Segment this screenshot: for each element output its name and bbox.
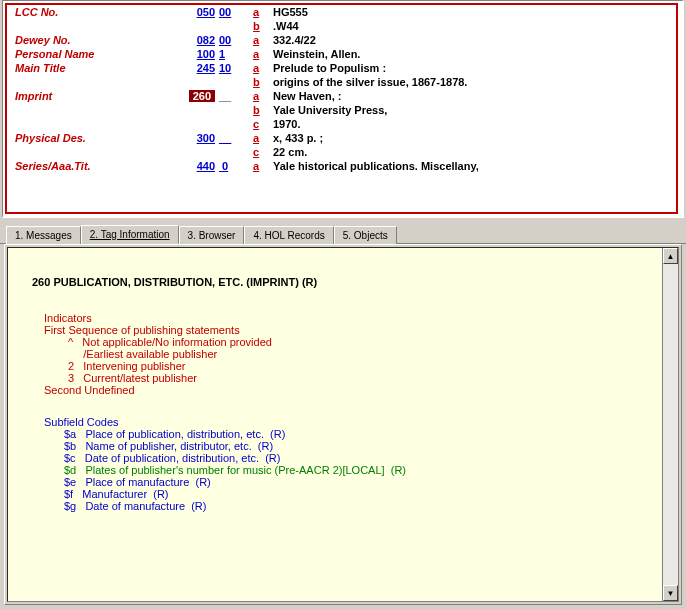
subfield-code[interactable]: c — [253, 145, 273, 159]
subfield-value[interactable]: 1970. — [273, 117, 668, 131]
tab[interactable]: 1. Messages — [6, 226, 81, 244]
record-row[interactable]: Dewey No.08200a332.4/22 — [15, 33, 668, 47]
subfield-definition: $a Place of publication, distribution, e… — [64, 428, 646, 440]
record-row[interactable]: bYale University Press, — [15, 103, 668, 117]
marc-record-area[interactable]: LCC No.05000aHG555b.W44Dewey No.08200a33… — [5, 3, 678, 214]
field-label: Personal Name — [15, 47, 175, 61]
marc-indicators[interactable] — [219, 117, 253, 131]
record-row[interactable]: LCC No.05000aHG555 — [15, 5, 668, 19]
info-panel: 260 PUBLICATION, DISTRIBUTION, ETC. (IMP… — [0, 244, 686, 609]
tab-strip: 1. Messages2. Tag Information3. Browser4… — [0, 220, 686, 244]
subfield-value[interactable]: 22 cm. — [273, 145, 668, 159]
marc-tag[interactable]: 260 — [175, 89, 219, 103]
field-label — [15, 19, 175, 33]
field-label — [15, 75, 175, 89]
subfield-code[interactable]: a — [253, 131, 273, 145]
subfield-value[interactable]: HG555 — [273, 5, 668, 19]
record-row[interactable]: Main Title24510aPrelude to Populism : — [15, 61, 668, 75]
record-row[interactable]: c22 cm. — [15, 145, 668, 159]
subfield-code[interactable]: c — [253, 117, 273, 131]
indicator-option: 2 Intervening publisher — [68, 360, 646, 372]
indicator-option: 3 Current/latest publisher — [68, 372, 646, 384]
subfield-value[interactable]: .W44 — [273, 19, 668, 33]
subfield-value[interactable]: Yale University Press, — [273, 103, 668, 117]
marc-tag[interactable] — [175, 19, 219, 33]
subfield-definition: $b Name of publisher, distributor, etc. … — [64, 440, 646, 452]
marc-indicators[interactable]: __ — [219, 89, 253, 103]
marc-tag[interactable]: 100 — [175, 47, 219, 61]
field-label — [15, 145, 175, 159]
record-row[interactable]: c1970. — [15, 117, 668, 131]
scroll-track[interactable] — [663, 264, 678, 585]
subfield-code[interactable]: b — [253, 19, 273, 33]
subfield-code[interactable]: a — [253, 89, 273, 103]
record-row[interactable]: b.W44 — [15, 19, 668, 33]
record-row[interactable]: Personal Name1001aWeinstein, Allen. — [15, 47, 668, 61]
subfield-definition: $f Manufacturer (R) — [64, 488, 646, 500]
subfield-value[interactable]: New Haven, : — [273, 89, 668, 103]
subfield-value[interactable]: 332.4/22 — [273, 33, 668, 47]
marc-tag[interactable] — [175, 145, 219, 159]
marc-indicators[interactable]: 1 — [219, 47, 253, 61]
subfield-code[interactable]: b — [253, 103, 273, 117]
marc-indicators[interactable]: 00 — [219, 5, 253, 19]
subfield-definition: $d Plates of publisher's number for musi… — [64, 464, 646, 476]
marc-indicators[interactable]: 0 — [219, 159, 253, 173]
record-row[interactable]: borigins of the silver issue, 1867-1878. — [15, 75, 668, 89]
marc-indicators[interactable] — [219, 75, 253, 89]
marc-indicators[interactable]: __ — [219, 131, 253, 145]
marc-tag[interactable]: 050 — [175, 5, 219, 19]
subfield-code[interactable]: a — [253, 47, 273, 61]
marc-tag[interactable]: 082 — [175, 33, 219, 47]
subfield-definition: $g Date of manufacture (R) — [64, 500, 646, 512]
record-row[interactable]: Series/Aaa.Tit.440 0aYale historical pub… — [15, 159, 668, 173]
record-panel: LCC No.05000aHG555b.W44Dewey No.08200a33… — [0, 0, 686, 220]
field-label: Physical Des. — [15, 131, 175, 145]
subfield-value[interactable]: x, 433 p. ; — [273, 131, 668, 145]
tab[interactable]: 4. HOL Records — [244, 226, 333, 244]
field-label: Dewey No. — [15, 33, 175, 47]
subfield-value[interactable]: Prelude to Populism : — [273, 61, 668, 75]
subfield-code[interactable]: a — [253, 159, 273, 173]
vertical-scrollbar[interactable]: ▲ ▼ — [662, 248, 678, 601]
field-label: LCC No. — [15, 5, 175, 19]
field-label: Main Title — [15, 61, 175, 75]
subfield-value[interactable]: origins of the silver issue, 1867-1878. — [273, 75, 668, 89]
subfield-value[interactable]: Yale historical publications. Miscellany… — [273, 159, 668, 173]
marc-indicators[interactable] — [219, 19, 253, 33]
record-row[interactable]: Physical Des.300__ax, 433 p. ; — [15, 131, 668, 145]
field-label — [15, 103, 175, 117]
marc-indicators[interactable]: 10 — [219, 61, 253, 75]
marc-indicators[interactable]: 00 — [219, 33, 253, 47]
tag-info-content: 260 PUBLICATION, DISTRIBUTION, ETC. (IMP… — [8, 248, 662, 601]
subfield-definition: $c Date of publication, distribution, et… — [64, 452, 646, 464]
marc-tag[interactable] — [175, 103, 219, 117]
tab[interactable]: 2. Tag Information — [81, 225, 179, 244]
tab[interactable]: 5. Objects — [334, 226, 397, 244]
marc-tag[interactable]: 440 — [175, 159, 219, 173]
scroll-up-button[interactable]: ▲ — [663, 248, 678, 264]
second-indicator-title: Second Undefined — [44, 384, 646, 396]
subfield-code[interactable]: a — [253, 33, 273, 47]
marc-tag[interactable] — [175, 75, 219, 89]
subfield-definition: $e Place of manufacture (R) — [64, 476, 646, 488]
marc-tag[interactable]: 300 — [175, 131, 219, 145]
subfield-code[interactable]: a — [253, 5, 273, 19]
scroll-down-button[interactable]: ▼ — [663, 585, 678, 601]
record-row[interactable]: Imprint260__aNew Haven, : — [15, 89, 668, 103]
indicator-option: ^ Not applicable/No information provided — [68, 336, 646, 348]
first-indicator-title: First Sequence of publishing statements — [44, 324, 646, 336]
subfield-code[interactable]: a — [253, 61, 273, 75]
subfield-value[interactable]: Weinstein, Allen. — [273, 47, 668, 61]
indicator-option: /Earliest available publisher — [68, 348, 646, 360]
field-label — [15, 117, 175, 131]
field-label: Imprint — [15, 89, 175, 103]
marc-tag[interactable]: 245 — [175, 61, 219, 75]
field-label: Series/Aaa.Tit. — [15, 159, 175, 173]
subfield-code[interactable]: b — [253, 75, 273, 89]
indicators-title: Indicators — [44, 312, 646, 324]
tab[interactable]: 3. Browser — [179, 226, 245, 244]
marc-indicators[interactable] — [219, 145, 253, 159]
marc-indicators[interactable] — [219, 103, 253, 117]
marc-tag[interactable] — [175, 117, 219, 131]
